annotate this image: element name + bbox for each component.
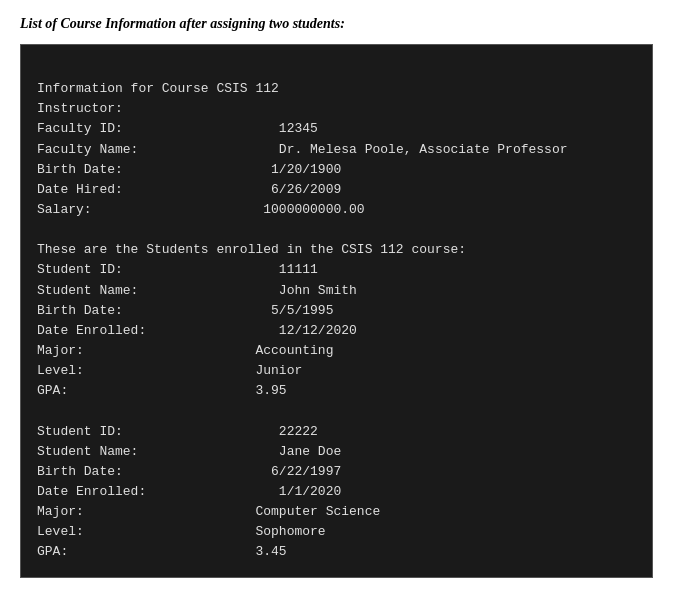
s2-name-label: Student Name: <box>37 444 138 459</box>
s2-id-label: Student ID: <box>37 424 123 439</box>
s2-birth-label: Birth Date: <box>37 464 123 479</box>
s2-gpa-label: GPA: <box>37 544 68 559</box>
instructor-line: Instructor: <box>37 101 123 116</box>
s1-name-line: Student Name: John Smith <box>37 283 357 298</box>
s2-id-line: Student ID: 22222 <box>37 424 318 439</box>
birth-date-label: Birth Date: <box>37 162 123 177</box>
faculty-id-label: Faculty ID: <box>37 121 123 136</box>
s2-gpa-value: 3.45 <box>255 544 286 559</box>
date-hired-value: 6/26/2009 <box>271 182 341 197</box>
faculty-name-label: Faculty Name: <box>37 142 138 157</box>
terminal-output: Information for Course CSIS 112 Instruct… <box>20 44 653 578</box>
s1-enrolled-line: Date Enrolled: 12/12/2020 <box>37 323 357 338</box>
s1-birth-label: Birth Date: <box>37 303 123 318</box>
faculty-name-line: Faculty Name: Dr. Melesa Poole, Associat… <box>37 142 568 157</box>
s2-name-value: Jane Doe <box>279 444 341 459</box>
s2-enrolled-label: Date Enrolled: <box>37 484 146 499</box>
s1-birth-value: 5/5/1995 <box>271 303 333 318</box>
s1-id-value: 11111 <box>279 262 318 277</box>
s2-id-value: 22222 <box>279 424 318 439</box>
s1-level-line: Level: Junior <box>37 363 302 378</box>
faculty-id-value: 12345 <box>279 121 318 136</box>
s1-name-label: Student Name: <box>37 283 138 298</box>
faculty-id-line: Faculty ID: 12345 <box>37 121 318 136</box>
s2-major-line: Major: Computer Science <box>37 504 380 519</box>
s1-enrolled-label: Date Enrolled: <box>37 323 146 338</box>
faculty-name-value: Dr. Melesa Poole, Associate Professor <box>279 142 568 157</box>
s1-enrolled-value: 12/12/2020 <box>279 323 357 338</box>
s2-major-value: Computer Science <box>255 504 380 519</box>
s1-gpa-label: GPA: <box>37 383 68 398</box>
s1-id-label: Student ID: <box>37 262 123 277</box>
s2-name-line: Student Name: Jane Doe <box>37 444 341 459</box>
s1-major-label: Major: <box>37 343 84 358</box>
s1-gpa-line: GPA: 3.95 <box>37 383 287 398</box>
s2-level-value: Sophomore <box>255 524 325 539</box>
salary-label: Salary: <box>37 202 92 217</box>
s2-level-line: Level: Sophomore <box>37 524 326 539</box>
page-title: List of Course Information after assigni… <box>20 16 653 32</box>
s1-major-line: Major: Accounting <box>37 343 333 358</box>
s2-enrolled-value: 1/1/2020 <box>279 484 341 499</box>
salary-line: Salary: 1000000000.00 <box>37 202 365 217</box>
s2-birth-line: Birth Date: 6/22/1997 <box>37 464 341 479</box>
s1-id-line: Student ID: 11111 <box>37 262 318 277</box>
salary-value: 1000000000.00 <box>263 202 364 217</box>
date-hired-label: Date Hired: <box>37 182 123 197</box>
s1-major-value: Accounting <box>255 343 333 358</box>
s1-level-label: Level: <box>37 363 84 378</box>
course-header-line: Information for Course CSIS 112 <box>37 81 279 96</box>
birth-date-value: 1/20/1900 <box>271 162 341 177</box>
s2-major-label: Major: <box>37 504 84 519</box>
s2-enrolled-line: Date Enrolled: 1/1/2020 <box>37 484 341 499</box>
students-header-line: These are the Students enrolled in the C… <box>37 242 466 257</box>
s2-gpa-line: GPA: 3.45 <box>37 544 287 559</box>
birth-date-line: Birth Date: 1/20/1900 <box>37 162 341 177</box>
s1-level-value: Junior <box>255 363 302 378</box>
s2-birth-value: 6/22/1997 <box>271 464 341 479</box>
date-hired-line: Date Hired: 6/26/2009 <box>37 182 341 197</box>
s1-birth-line: Birth Date: 5/5/1995 <box>37 303 333 318</box>
s2-level-label: Level: <box>37 524 84 539</box>
s1-gpa-value: 3.95 <box>255 383 286 398</box>
s1-name-value: John Smith <box>279 283 357 298</box>
